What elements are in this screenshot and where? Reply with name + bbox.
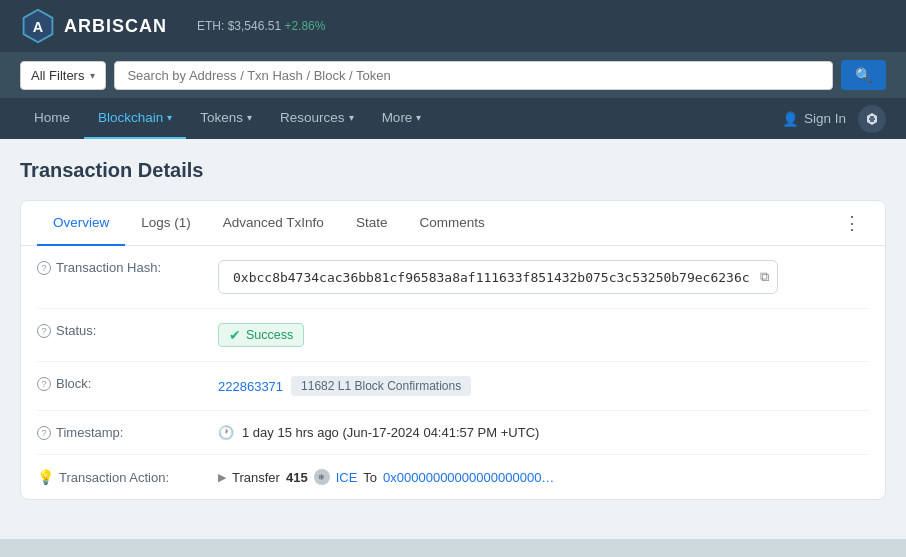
search-button[interactable]: 🔍 [841,60,886,90]
to-label: To [363,470,377,485]
value-status: ✔ Success [218,323,869,347]
filter-label: All Filters [31,68,84,83]
filter-select[interactable]: All Filters ▾ [20,61,106,90]
nav-item-resources[interactable]: Resources ▾ [266,98,368,139]
block-number-link[interactable]: 222863371 [218,379,283,394]
detail-body: ? Transaction Hash: 0xbcc8b4734cac36bb81… [21,246,885,499]
status-text: Success [246,328,293,342]
chevron-down-icon: ▾ [90,70,95,81]
label-status: ? Status: [37,323,202,338]
label-transaction-action: 💡 Transaction Action: [37,469,202,485]
ice-token-icon: ❄ [314,469,330,485]
tabs-bar: Overview Logs (1) Advanced TxInfo State … [21,201,885,246]
tab-state[interactable]: State [340,201,404,246]
tab-advanced[interactable]: Advanced TxInfo [207,201,340,246]
label-timestamp: ? Timestamp: [37,425,202,440]
value-timestamp: 🕐 1 day 15 hrs ago (Jun-17-2024 04:41:57… [218,425,869,440]
chevron-down-icon: ▾ [247,112,252,123]
top-bar: A ARBISCAN ETH: $3,546.51 +2.86% [0,0,906,52]
ice-token-label: ICE [336,470,358,485]
hash-box: 0xbcc8b4734cac36bb81cf96583a8af111633f85… [218,260,778,294]
user-icon: 👤 [782,111,799,127]
confirmation-badge: 11682 L1 Block Confirmations [291,376,471,396]
logo-text: ARBISCAN [64,16,167,37]
label-transaction-hash: ? Transaction Hash: [37,260,202,275]
nav-right-actions: 👤 Sign In [782,105,886,133]
clock-icon: 🕐 [218,425,234,440]
action-arrow-icon: ▶ [218,471,226,484]
search-input-wrap [114,61,833,90]
status-badge: ✔ Success [218,323,304,347]
success-icon: ✔ [229,327,241,343]
main-content: Transaction Details Overview Logs (1) Ad… [0,139,906,539]
transfer-label: Transfer [232,470,280,485]
chevron-down-icon: ▾ [416,112,421,123]
label-block: ? Block: [37,376,202,391]
row-transaction-action: 💡 Transaction Action: ▶ Transfer 415 ❄ I… [37,455,869,499]
logo-area: A ARBISCAN [20,8,167,44]
tabs-more-button[interactable]: ⋮ [835,204,869,242]
action-row: ▶ Transfer 415 ❄ ICE To 0x00000000000000… [218,469,554,485]
timestamp-text: 1 day 15 hrs ago (Jun-17-2024 04:41:57 P… [242,425,539,440]
nav-bar: Home Blockchain ▾ Tokens ▾ Resources ▾ M… [0,98,906,139]
value-transaction-action: ▶ Transfer 415 ❄ ICE To 0x00000000000000… [218,469,869,485]
sign-in-button[interactable]: 👤 Sign In [782,111,846,127]
hash-text: 0xbcc8b4734cac36bb81cf96583a8af111633f85… [233,270,750,285]
copy-icon[interactable]: ⧉ [760,269,769,285]
row-transaction-hash: ? Transaction Hash: 0xbcc8b4734cac36bb81… [37,246,869,309]
chevron-down-icon: ▾ [349,112,354,123]
recipient-address-link[interactable]: 0x00000000000000000000… [383,470,554,485]
nav-item-blockchain[interactable]: Blockchain ▾ [84,98,186,139]
tab-logs[interactable]: Logs (1) [125,201,207,246]
sign-in-label: Sign In [804,111,846,126]
svg-text:A: A [33,19,44,35]
chevron-down-icon: ▾ [167,112,172,123]
help-icon[interactable]: ? [37,261,51,275]
eth-price: ETH: $3,546.51 +2.86% [197,19,325,33]
page-title: Transaction Details [20,159,886,182]
help-icon[interactable]: ? [37,426,51,440]
nav-item-more[interactable]: More ▾ [368,98,436,139]
value-block: 222863371 11682 L1 Block Confirmations [218,376,869,396]
logo-icon: A [20,8,56,44]
action-icon: 💡 [37,469,54,485]
tab-overview[interactable]: Overview [37,201,125,246]
nav-profile-icon[interactable] [858,105,886,133]
search-bar: All Filters ▾ 🔍 [0,52,906,98]
row-status: ? Status: ✔ Success [37,309,869,362]
row-block: ? Block: 222863371 11682 L1 Block Confir… [37,362,869,411]
help-icon[interactable]: ? [37,377,51,391]
nav-item-tokens[interactable]: Tokens ▾ [186,98,266,139]
help-icon[interactable]: ? [37,324,51,338]
nav-item-home[interactable]: Home [20,98,84,139]
eth-price-change: +2.86% [284,19,325,33]
value-transaction-hash: 0xbcc8b4734cac36bb81cf96583a8af111633f85… [218,260,869,294]
search-input[interactable] [127,68,820,83]
transfer-amount: 415 [286,470,308,485]
tab-comments[interactable]: Comments [403,201,500,246]
eth-price-label: ETH: $3,546.51 [197,19,281,33]
transaction-details-card: Overview Logs (1) Advanced TxInfo State … [20,200,886,500]
row-timestamp: ? Timestamp: 🕐 1 day 15 hrs ago (Jun-17-… [37,411,869,455]
